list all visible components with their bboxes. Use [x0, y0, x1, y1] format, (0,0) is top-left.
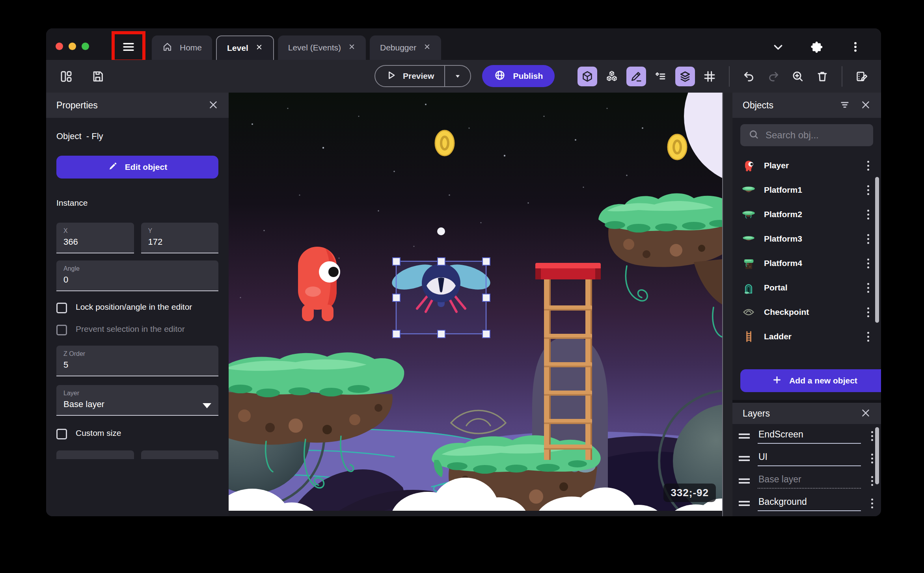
filter-objects-button[interactable]	[839, 99, 850, 112]
object-row-checkpoint[interactable]: Checkpoint	[739, 300, 874, 324]
object-menu-button[interactable]	[865, 183, 872, 197]
object-menu-button[interactable]	[865, 232, 872, 246]
undo-button[interactable]	[739, 67, 759, 86]
layer-row-endscreen[interactable]: EndScreen	[739, 425, 876, 447]
close-tab-icon[interactable]	[348, 43, 356, 52]
preview-button[interactable]: Preview	[374, 65, 471, 87]
angle-field[interactable]: Angle 0	[56, 260, 218, 291]
object-row-platform1[interactable]: Platform1	[739, 178, 874, 202]
close-properties-button[interactable]	[208, 100, 218, 111]
object-row-platform2[interactable]: Platform2	[739, 202, 874, 227]
object-menu-button[interactable]	[865, 158, 872, 173]
close-layers-button[interactable]	[861, 408, 871, 419]
drag-handle-icon[interactable]	[739, 456, 750, 461]
preview-options-button[interactable]	[445, 71, 470, 81]
open-projects-button[interactable]	[56, 67, 76, 86]
object-row-ladder[interactable]: Ladder	[739, 324, 874, 349]
minimize-window-button[interactable]	[69, 43, 76, 50]
close-objects-button[interactable]	[861, 100, 871, 111]
layer-row-ui[interactable]: UI	[739, 447, 876, 470]
close-window-button[interactable]	[56, 43, 63, 50]
x-field[interactable]: X 366	[56, 223, 134, 253]
drag-handle-icon[interactable]	[739, 478, 750, 484]
layers-scrollbar[interactable]	[875, 427, 879, 484]
collapse-toolbar-button[interactable]	[768, 37, 788, 57]
publish-button[interactable]: Publish	[482, 65, 555, 87]
platform3-icon	[741, 231, 756, 246]
object-menu-button[interactable]	[865, 207, 872, 222]
grid-button[interactable]	[700, 67, 719, 86]
instances-list-button[interactable]	[651, 67, 671, 86]
tab-level[interactable]: Level	[216, 35, 274, 60]
chevron-down-icon	[203, 403, 211, 408]
scene-canvas[interactable]: 332;-92	[229, 93, 732, 516]
tab-label: Level (Events)	[288, 43, 341, 52]
object-name: Platform2	[764, 210, 857, 219]
object-menu-button[interactable]	[865, 281, 872, 295]
layers-list: EndScreen UI Base layer	[732, 424, 881, 515]
angle-field-label: Angle	[63, 265, 211, 272]
layer-row-base-layer[interactable]: Base layer	[739, 470, 876, 492]
close-tab-icon[interactable]	[255, 43, 263, 53]
coin-instance-2[interactable]	[668, 134, 687, 160]
edit-object-label: Edit object	[125, 162, 167, 172]
instance-heading: Instance	[56, 198, 218, 208]
main-menu-button[interactable]	[117, 37, 140, 57]
layers-panel-title: Layers	[743, 408, 850, 419]
object-row-platform4[interactable]: Platform4	[739, 251, 874, 275]
tab-home[interactable]: Home	[152, 35, 212, 60]
home-icon	[162, 41, 173, 54]
layer-select[interactable]: Layer Base layer	[56, 385, 218, 416]
redo-button[interactable]	[764, 67, 783, 86]
edit-object-button[interactable]: Edit object	[56, 156, 218, 179]
layer-menu-button[interactable]	[869, 474, 876, 488]
canvas-vertical-scrollbar[interactable]	[722, 93, 732, 516]
object-menu-button[interactable]	[865, 305, 872, 320]
lock-position-checkbox[interactable]	[56, 303, 67, 313]
search-input[interactable]	[766, 130, 865, 141]
edit-mode-button[interactable]	[626, 67, 646, 86]
zoom-button[interactable]	[788, 67, 808, 86]
close-tab-icon[interactable]	[423, 43, 431, 52]
layer-menu-button[interactable]	[869, 429, 876, 443]
right-panels: Objects	[732, 93, 881, 516]
y-field[interactable]: Y 172	[141, 223, 219, 253]
canvas-horizontal-scrollbar[interactable]	[229, 511, 722, 516]
object-menu-button[interactable]	[865, 256, 872, 271]
save-button[interactable]	[88, 67, 108, 86]
prevent-selection-checkbox[interactable]	[56, 325, 67, 335]
toggle-3d-view-button[interactable]	[578, 67, 597, 86]
extensions-button[interactable]	[807, 37, 827, 57]
add-object-button[interactable]: Add a new object	[740, 369, 881, 392]
drag-handle-icon[interactable]	[739, 433, 750, 439]
object-row-platform3[interactable]: Platform3	[739, 227, 874, 251]
more-options-button[interactable]	[846, 37, 865, 57]
objects-list-button[interactable]	[602, 67, 622, 86]
object-row-portal[interactable]: Portal	[739, 275, 874, 300]
object-name: Platform4	[764, 259, 857, 268]
objects-scrollbar[interactable]	[875, 177, 879, 323]
object-row-player[interactable]: Player	[739, 153, 874, 178]
layer-menu-button[interactable]	[869, 451, 876, 466]
object-menu-button[interactable]	[865, 329, 872, 344]
tab-debugger[interactable]: Debugger	[370, 35, 441, 60]
delete-button[interactable]	[812, 67, 832, 86]
edit-scene-properties-button[interactable]	[852, 67, 872, 86]
coin-instance-1[interactable]	[435, 130, 454, 156]
fly-instance[interactable]	[389, 260, 494, 333]
layer-row-background[interactable]: Background	[739, 492, 876, 515]
grid-icon	[703, 70, 716, 83]
object-search[interactable]	[740, 124, 873, 146]
layers-button[interactable]	[675, 67, 695, 86]
drag-handle-icon[interactable]	[739, 501, 750, 506]
plus-icon	[772, 375, 782, 387]
custom-size-row: Custom size	[56, 428, 218, 439]
rotation-handle[interactable]	[437, 227, 445, 235]
main-toolbar: Preview Publish	[46, 60, 881, 93]
layer-menu-button[interactable]	[869, 496, 876, 511]
tab-level-events[interactable]: Level (Events)	[278, 35, 366, 60]
custom-size-checkbox[interactable]	[56, 429, 67, 439]
lock-position-label: Lock position/angle in the editor	[76, 301, 192, 313]
z-order-field[interactable]: Z Order 5	[56, 346, 218, 376]
zoom-window-button[interactable]	[82, 43, 89, 50]
